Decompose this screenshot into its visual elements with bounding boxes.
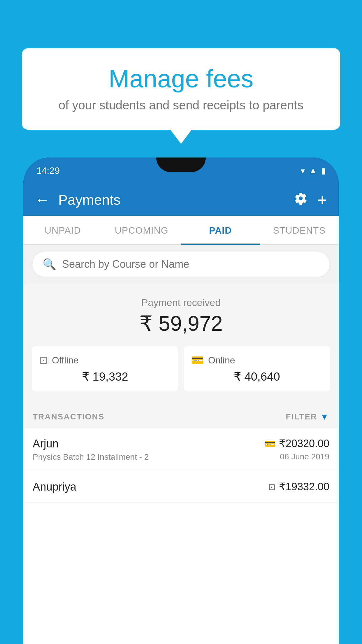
- offline-card: ⊡ Offline ₹ 19,332: [32, 346, 178, 391]
- status-time: 14:29: [36, 165, 60, 176]
- filter-label: FILTER: [286, 412, 317, 421]
- filter-icon: ▼: [320, 412, 329, 422]
- online-label: Online: [208, 355, 235, 366]
- search-bar: 🔍: [32, 251, 330, 277]
- table-row[interactable]: Arjun Physics Batch 12 Installment - 2 💳…: [23, 428, 339, 471]
- tab-students[interactable]: STUDENTS: [260, 216, 339, 244]
- settings-button[interactable]: [294, 192, 307, 208]
- tab-upcoming[interactable]: UPCOMING: [102, 216, 181, 244]
- offline-label: Offline: [52, 355, 79, 366]
- wifi-icon: ▾: [301, 166, 305, 176]
- transaction-name: Anupriya: [33, 481, 76, 493]
- phone-screen: ← Payments + UNPAID UPCOMING PAID STUDEN…: [23, 184, 339, 644]
- bubble-title: Manage fees: [39, 64, 323, 93]
- offline-icon: ⊡: [39, 354, 48, 366]
- search-input[interactable]: [62, 258, 319, 270]
- online-icon: 💳: [191, 354, 204, 366]
- transaction-left: Arjun Physics Batch 12 Installment - 2: [33, 438, 149, 462]
- app-header: ← Payments +: [23, 184, 339, 216]
- online-amount: ₹ 40,640: [191, 370, 323, 383]
- status-icons: ▾ ▲ ▮: [301, 166, 326, 176]
- transaction-right: ⊡ ₹19332.00: [268, 481, 329, 493]
- offline-amount: ₹ 19,332: [39, 370, 171, 383]
- table-row[interactable]: Anupriya ⊡ ₹19332.00: [23, 471, 339, 503]
- search-container: 🔍: [23, 245, 339, 284]
- battery-icon: ▮: [321, 166, 326, 176]
- page-title: Payments: [58, 192, 286, 208]
- payment-received-label: Payment received: [32, 297, 330, 308]
- transactions-header: TRANSACTIONS FILTER ▼: [23, 403, 339, 428]
- notch: [156, 158, 206, 172]
- bubble-subtitle: of your students and send receipts to pa…: [39, 98, 323, 112]
- add-button[interactable]: +: [317, 190, 327, 209]
- offline-header: ⊡ Offline: [39, 354, 171, 366]
- transactions-label: TRANSACTIONS: [33, 412, 104, 421]
- transaction-right: 💳 ₹20320.00 06 June 2019: [265, 438, 329, 461]
- header-icons: +: [294, 190, 327, 209]
- filter-button[interactable]: FILTER ▼: [286, 412, 329, 422]
- phone-frame: 14:29 ▾ ▲ ▮ ← Payments + UNPAID UPCO: [23, 158, 339, 644]
- transaction-left: Anupriya: [33, 481, 76, 493]
- tabs-bar: UNPAID UPCOMING PAID STUDENTS: [23, 216, 339, 245]
- tab-paid[interactable]: PAID: [181, 216, 260, 244]
- tab-unpaid[interactable]: UNPAID: [23, 216, 102, 244]
- transaction-detail: Physics Batch 12 Installment - 2: [33, 452, 149, 462]
- payment-total: ₹ 59,972: [32, 311, 330, 336]
- online-card: 💳 Online ₹ 40,640: [184, 346, 330, 391]
- transactions-list: Arjun Physics Batch 12 Installment - 2 💳…: [23, 428, 339, 503]
- back-button[interactable]: ←: [35, 191, 50, 208]
- transaction-date: 06 June 2019: [280, 452, 329, 461]
- speech-bubble: Manage fees of your students and send re…: [22, 48, 340, 130]
- transaction-amount: 💳 ₹20320.00: [265, 438, 329, 450]
- status-bar: 14:29 ▾ ▲ ▮: [23, 158, 339, 184]
- offline-payment-icon: ⊡: [268, 482, 275, 492]
- online-payment-icon: 💳: [265, 439, 275, 449]
- transaction-name: Arjun: [33, 438, 149, 450]
- transaction-amount: ⊡ ₹19332.00: [268, 481, 329, 493]
- amount-value: ₹20320.00: [279, 438, 329, 450]
- online-header: 💳 Online: [191, 354, 323, 366]
- amount-value: ₹19332.00: [279, 481, 329, 493]
- payment-summary: Payment received ₹ 59,972 ⊡ Offline ₹ 19…: [23, 284, 339, 403]
- payment-cards: ⊡ Offline ₹ 19,332 💳 Online ₹ 40,640: [32, 346, 330, 391]
- signal-icon: ▲: [309, 166, 317, 175]
- search-icon: 🔍: [43, 258, 56, 271]
